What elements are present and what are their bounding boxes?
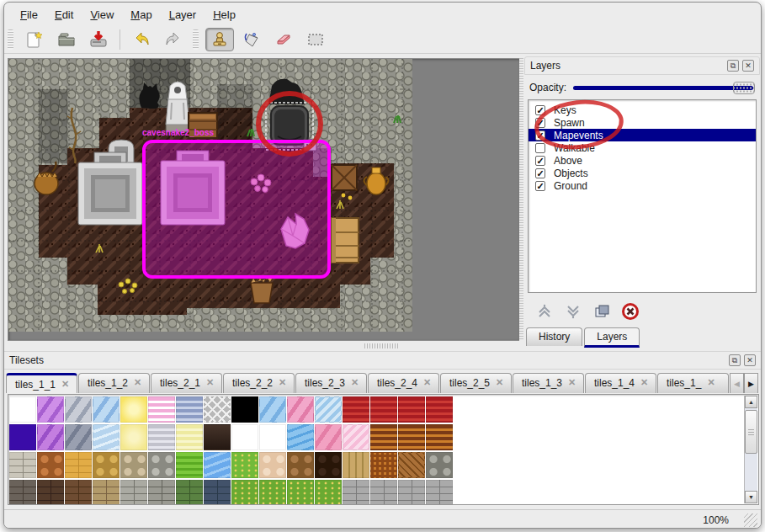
palette-tile-r3-c6[interactable] (176, 480, 203, 505)
checkbox-checked[interactable]: ✓ (535, 168, 545, 178)
tab-close-icon[interactable]: ✕ (707, 377, 715, 388)
palette-tile-r0-c15[interactable] (426, 396, 453, 423)
menu-item-view[interactable]: View (82, 6, 121, 24)
menu-item-help[interactable]: Help (205, 6, 243, 24)
tab-close-icon[interactable]: ✕ (423, 377, 431, 388)
palette-tile-r3-c3[interactable] (93, 480, 120, 505)
palette-tile-r2-c11[interactable] (315, 452, 342, 478)
tileset-tab-tiles_2_1[interactable]: tiles_2_1✕ (151, 373, 222, 393)
palette-tile-r1-c10[interactable] (287, 424, 314, 450)
menu-item-map[interactable]: Map (123, 6, 159, 24)
layer-row-ground[interactable]: ✓Ground (529, 179, 756, 192)
palette-tile-r0-c12[interactable] (343, 396, 369, 423)
palette-tile-r1-c2[interactable] (65, 424, 92, 450)
layer-row-objects[interactable]: ✓Objects (529, 167, 756, 179)
checkbox-checked[interactable]: ✓ (535, 130, 545, 141)
tab-close-icon[interactable]: ✕ (496, 377, 503, 388)
layer-row-spawn[interactable]: ✓Spawn (529, 116, 756, 129)
eraser-tool-button[interactable] (269, 28, 298, 51)
scroll-tabs-left-button[interactable]: ◀ (730, 373, 744, 393)
undo-button[interactable] (127, 28, 156, 51)
tileset-tab-tiles_2_4[interactable]: tiles_2_4✕ (368, 373, 439, 393)
layer-row-keys[interactable]: ✓Keys (529, 104, 756, 116)
tab-close-icon[interactable]: ✕ (568, 377, 576, 388)
opacity-slider-track[interactable] (573, 86, 753, 90)
palette-tile-r1-c5[interactable] (148, 424, 175, 450)
palette-tile-r0-c8[interactable] (231, 396, 258, 423)
close-panel-button[interactable]: ✕ (742, 60, 754, 72)
palette-scrollbar[interactable]: ▲ ▼ (744, 396, 757, 503)
palette-tile-r3-c14[interactable] (398, 480, 425, 505)
palette-tile-r1-c14[interactable] (398, 424, 425, 450)
palette-tile-r2-c4[interactable] (120, 452, 147, 478)
toolbar-drag-handle[interactable] (8, 29, 13, 50)
palette-tile-r3-c15[interactable] (426, 480, 453, 505)
palette-tile-r0-c9[interactable] (259, 396, 286, 423)
palette-tile-r2-c0[interactable] (9, 452, 36, 478)
layer-row-above[interactable]: ✓Above (529, 154, 756, 167)
palette-tile-r2-c8[interactable] (231, 452, 258, 478)
tileset-tab-tiles_1_3[interactable]: tiles_1_3✕ (513, 373, 584, 393)
palette-tile-r2-c2[interactable] (65, 452, 92, 478)
palette-tile-r2-c6[interactable] (176, 452, 203, 478)
palette-tile-r1-c12[interactable] (343, 424, 369, 450)
opacity-slider-handle[interactable] (733, 82, 755, 94)
palette-tile-r0-c4[interactable] (120, 396, 147, 423)
scrollbar-thumb[interactable] (745, 410, 757, 454)
palette-tile-r3-c10[interactable] (287, 480, 314, 505)
palette-tile-r0-c14[interactable] (398, 396, 425, 423)
palette-tile-r1-c0[interactable] (9, 424, 36, 450)
palette-tile-r1-c15[interactable] (426, 424, 453, 450)
palette-tile-r2-c3[interactable] (93, 452, 120, 478)
palette-tile-r3-c0[interactable] (9, 480, 36, 505)
tab-close-icon[interactable]: ✕ (61, 379, 69, 390)
tileset-tab-tiles_2_3[interactable]: tiles_2_3✕ (295, 373, 367, 393)
palette-tile-r0-c10[interactable] (287, 396, 314, 423)
scroll-tabs-right-button[interactable]: ▶ (744, 373, 758, 393)
palette-tile-r1-c13[interactable] (370, 424, 397, 450)
palette-tile-r3-c7[interactable] (204, 480, 231, 505)
checkbox-checked[interactable]: ✓ (535, 181, 545, 191)
palette-tile-r3-c2[interactable] (65, 480, 92, 505)
scroll-down-button[interactable]: ▼ (745, 491, 757, 503)
palette-tile-r2-c1[interactable] (37, 452, 64, 478)
dock-splitter-handle[interactable] (519, 58, 523, 341)
palette-tile-r2-c9[interactable] (259, 452, 286, 478)
tab-close-icon[interactable]: ✕ (351, 377, 359, 388)
lower-layer-button[interactable] (563, 301, 583, 322)
tab-close-icon[interactable]: ✕ (134, 377, 141, 388)
toolbar-drag-handle-2[interactable] (193, 29, 199, 50)
palette-tile-r3-c5[interactable] (148, 480, 175, 505)
tab-close-icon[interactable]: ✕ (206, 377, 214, 388)
palette-tile-r2-c7[interactable] (204, 452, 231, 478)
open-file-button[interactable] (52, 28, 81, 51)
palette-tile-r0-c7[interactable] (204, 396, 231, 423)
tileset-tab-tiles_1_[interactable]: tiles_1_✕ (657, 373, 729, 393)
tileset-tab-tiles_2_5[interactable]: tiles_2_5✕ (440, 373, 512, 393)
scroll-up-button[interactable]: ▲ (745, 396, 757, 408)
select-tool-button[interactable] (301, 28, 330, 51)
palette-tile-r0-c5[interactable] (148, 396, 175, 423)
palette-tile-r1-c3[interactable] (93, 424, 120, 450)
map-selection-region[interactable] (144, 141, 329, 277)
palette-tile-r0-c0[interactable] (9, 396, 36, 423)
palette-tile-r0-c1[interactable] (37, 396, 64, 423)
new-file-button[interactable] (20, 28, 49, 51)
tileset-tab-tiles_1_2[interactable]: tiles_1_2✕ (78, 373, 150, 393)
palette-tile-r0-c11[interactable] (315, 396, 342, 423)
menu-item-layer[interactable]: Layer (162, 6, 205, 24)
palette-tile-r0-c3[interactable] (93, 396, 120, 423)
map-canvas[interactable]: cavesnake2_boss (8, 58, 520, 341)
layer-row-walkable[interactable]: Walkable (529, 141, 756, 154)
close-tilesets-button[interactable]: ✕ (744, 354, 756, 366)
palette-tile-r0-c2[interactable] (65, 396, 92, 423)
checkbox-unchecked[interactable] (535, 143, 545, 153)
palette-tile-r0-c6[interactable] (176, 396, 203, 423)
menu-item-file[interactable]: File (13, 6, 45, 24)
palette-tile-r1-c9[interactable] (259, 424, 286, 450)
checkbox-checked[interactable]: ✓ (535, 118, 545, 128)
window-resize-grip[interactable] (744, 513, 757, 527)
raise-layer-button[interactable] (534, 301, 555, 322)
palette-tile-r2-c12[interactable] (343, 452, 369, 478)
palette-tile-r1-c11[interactable] (315, 424, 342, 450)
